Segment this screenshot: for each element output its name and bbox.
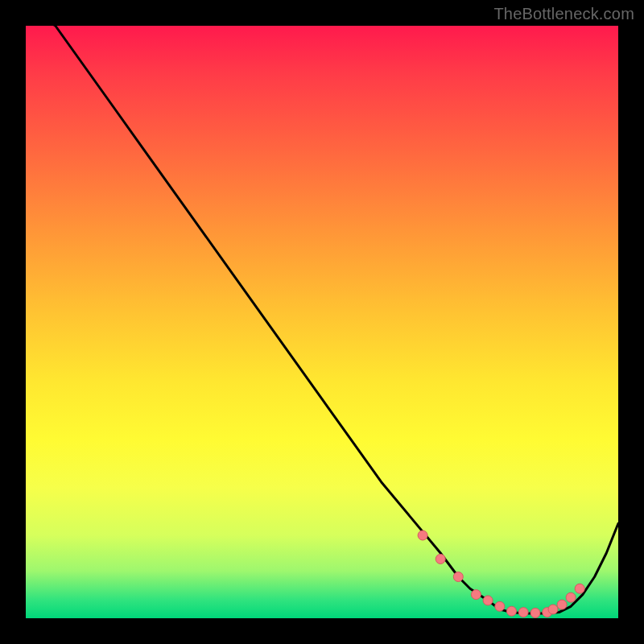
marker-point xyxy=(566,592,576,602)
watermark-text: TheBottleneck.com xyxy=(493,5,634,23)
chart-svg xyxy=(26,26,618,618)
bottleneck-curve xyxy=(26,8,618,613)
marker-point xyxy=(507,606,517,616)
marker-point xyxy=(530,608,540,617)
marker-point xyxy=(495,601,505,611)
marker-point xyxy=(575,584,584,593)
marker-point xyxy=(436,554,445,564)
highlighted-points-group xyxy=(418,530,584,617)
marker-point xyxy=(418,530,427,540)
marker-point xyxy=(471,590,481,600)
marker-point xyxy=(453,572,463,582)
marker-point xyxy=(548,605,558,614)
marker-point xyxy=(483,596,493,605)
marker-point xyxy=(518,608,528,617)
marker-point xyxy=(557,600,567,609)
chart-frame xyxy=(26,26,618,618)
